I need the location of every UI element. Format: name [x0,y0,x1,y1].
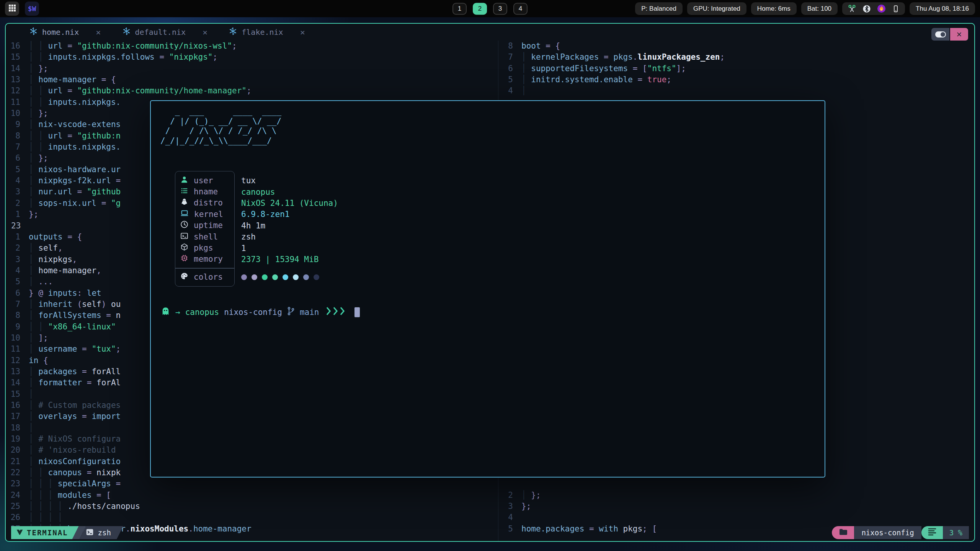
palette-icon [180,272,188,282]
flame-icon[interactable] [877,4,886,13]
scissors-icon[interactable] [848,4,856,13]
distro-icon [180,198,188,208]
code-line: 26│ │ │ │ [6,512,498,523]
folder-segment [832,526,854,539]
fetch-value-memory: 2373 | 15394 MiB [241,254,338,265]
window-controls: × [931,28,968,41]
color-dot [293,274,299,280]
bluetooth-icon[interactable] [862,5,871,13]
code-line: 12│ │ url = "github:nix-community/home-m… [6,85,498,96]
statusline: TERMINAL zsh nixos-config [6,526,974,539]
editor-window: home.nix×default.nix×flake.nix× × 16│ │ … [5,23,975,542]
tab-close-icon[interactable]: × [300,28,305,37]
status-pill: GPU: Integrated [687,2,746,15]
fetch-values-column: tuxcanopusNixOS 24.11 (Vicuna)6.9.8-zen1… [241,171,338,287]
tab-default.nix[interactable]: default.nix× [122,27,208,37]
color-dot [241,274,247,280]
scroll-percent-segment: 3 % [943,526,969,539]
git-branch-icon [287,306,295,318]
fetch-labels-box: userhnamedistrokerneluptimeshellpkgsmemo… [175,171,235,287]
fetch-label-row: kernel [175,209,234,220]
fetch-value-uptime: 4h 1m [241,220,338,231]
fetch-info-block: userhnamedistrokerneluptimeshellpkgsmemo… [175,171,338,287]
fetch-label-row: pkgs [175,242,234,253]
fetch-value-distro: NixOS 24.11 (Vicuna) [241,197,338,209]
fetch-label-row: user [175,175,234,186]
clock-label: Thu Aug 08, 18:16 [916,5,969,13]
close-icon: × [956,29,962,40]
code-line [498,478,974,489]
workspace-button-1[interactable]: 1 [452,3,467,15]
status-pill: Home: 6ms [751,2,797,15]
toggle-icon [935,31,946,37]
tab-flake.nix[interactable]: flake.nix× [229,27,305,37]
workspace-switcher: 1234 [452,3,528,15]
nix-snowflake-icon [122,27,131,37]
workspace-button-3[interactable]: 3 [493,3,507,15]
window-close-button[interactable]: × [950,28,968,41]
statusline-left: TERMINAL zsh [11,526,123,539]
tab-close-icon[interactable]: × [96,28,101,37]
grid-icon [8,4,16,13]
app-grid-button[interactable] [5,2,19,16]
lines-icon [928,528,937,538]
system-tray [842,2,905,15]
code-line: 25│ │ │ │ ./hosts/canopus [6,501,498,512]
pkgs-icon [180,243,188,253]
tab-label: home.nix [42,28,79,37]
terminal-icon [86,528,94,538]
fetch-label-row: colors [175,272,234,283]
tab-label: default.nix [135,28,186,37]
list-segment [921,526,943,539]
nix-snowflake-icon [29,27,38,37]
code-line: 15│ │ inputs.nixpkgs.follows = "nixpkgs"… [6,52,498,63]
fetch-label-row: memory [175,254,234,265]
shell-label: zsh [98,528,111,537]
status-pill: Bat: 100 [801,2,838,15]
terminal-color-palette [241,272,338,283]
toggle-button[interactable] [931,28,949,41]
tab-home.nix[interactable]: home.nix× [29,27,101,37]
shell-prompt: → canopus nixos-config main [161,306,360,318]
ghost-icon [161,306,170,318]
fetch-value-hname: canopus [241,186,338,197]
statusline-right: nixos-config 3 % [832,526,969,539]
fetch-label-row: shell [175,231,234,242]
status-pill: P: Balanced [635,2,683,15]
code-line: 8boot = { [498,41,974,52]
workspace-button-2[interactable]: 2 [473,3,487,15]
code-line: 6│ supportedFilesystems = ["ntfs"]; [498,63,974,74]
tab-close-icon[interactable]: × [203,28,207,37]
tab-label: flake.nix [242,28,283,37]
prompt-branch: main [300,308,319,317]
code-line: 5│ initrd.systemd.enable = true; [498,74,974,85]
uptime-icon [180,220,188,230]
fetch-value-kernel: 6.9.8-zen1 [241,209,338,220]
mode-label: TERMINAL [27,528,68,537]
prompt-arrow: → [175,308,180,317]
code-line: 14│ }; [6,63,498,74]
directory-label: nixos-config [861,528,914,537]
nixos-ascii-logo: _ ___ ____ ____ / |/ (_)_ __/ __ \/ __/ … [160,107,281,146]
terminal-cursor [354,307,360,317]
code-line: 3}; [498,501,974,512]
phone-icon[interactable] [892,5,900,13]
workspace-button-4[interactable]: 4 [513,3,528,15]
fetch-divider [175,268,234,269]
editor-tab-bar: home.nix×default.nix×flake.nix× [6,24,974,41]
folder-icon [838,527,848,538]
code-line: 4 [498,512,974,523]
fetch-value-user: tux [241,175,338,186]
kernel-icon [180,209,189,219]
color-dot [283,274,288,280]
shell-segment: zsh [80,526,123,539]
hname-icon [180,187,188,197]
code-line: 24│ │ │ modules = [ [6,490,498,501]
launcher-logo-button[interactable]: $W [25,2,39,16]
fetch-value-shell: zsh [241,231,338,242]
nix-snowflake-icon [229,27,237,37]
floating-terminal[interactable]: _ ___ ____ ____ / |/ (_)_ __/ __ \/ __/ … [150,100,825,478]
code-line: 4│ [498,85,974,96]
code-line: 2│ }; [498,490,974,501]
prompt-directory: nixos-config [224,308,282,317]
